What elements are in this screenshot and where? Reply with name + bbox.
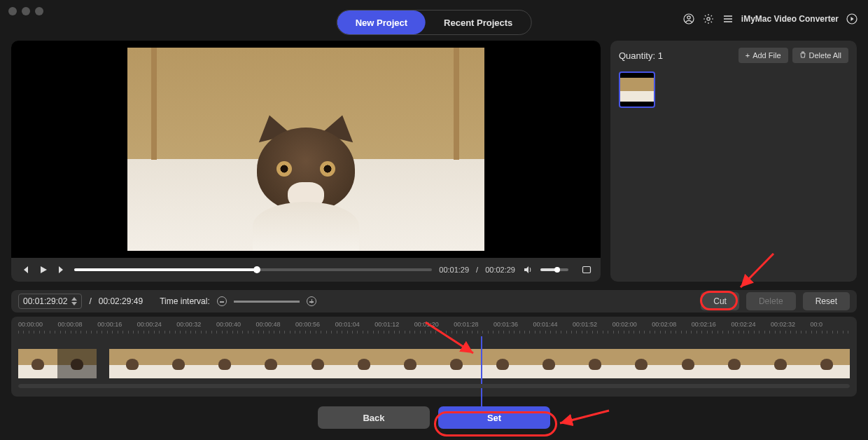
- ruler-label: 00:00:48: [255, 321, 295, 331]
- ruler-label: 00:01:52: [573, 321, 612, 331]
- annotation-arrow-playhead: [420, 319, 490, 362]
- svg-line-6: [426, 322, 473, 353]
- app-title: iMyMac Video Converter: [741, 14, 839, 24]
- add-file-button[interactable]: +Add File: [738, 48, 788, 63]
- ruler-label: 00:00:40: [216, 321, 256, 331]
- stepper-down-icon[interactable]: [71, 302, 77, 305]
- zoom-out-icon[interactable]: [217, 296, 227, 306]
- trim-time-sep: /: [89, 296, 91, 306]
- fullscreen-icon[interactable]: [581, 264, 592, 275]
- ruler-label: 00:02:00: [612, 321, 652, 331]
- top-nav-tabs: New Project Recent Projects: [337, 10, 532, 35]
- window-traffic-lights: [8, 7, 43, 15]
- annotation-arrow-cut: [735, 252, 784, 294]
- time-stepper[interactable]: [71, 297, 77, 305]
- ruler-label: 00:0: [811, 321, 850, 331]
- volume-slider[interactable]: [540, 268, 568, 271]
- trash-icon: [799, 51, 806, 60]
- annotation-arrow-set: [553, 406, 616, 434]
- zoom-in-icon[interactable]: [307, 296, 316, 306]
- seek-bar[interactable]: [74, 268, 432, 271]
- ruler-label: 00:01:12: [374, 321, 414, 331]
- ruler-label: 00:00:00: [18, 321, 58, 331]
- video-player-panel: 00:01:29 / 00:02:29: [11, 41, 601, 282]
- ruler-label: 00:02:08: [652, 321, 692, 331]
- delete-all-button[interactable]: Delete All: [792, 48, 848, 63]
- svg-point-1: [687, 16, 690, 19]
- interval-label: Time interval:: [160, 296, 210, 306]
- play-circle-icon[interactable]: [846, 13, 858, 25]
- prev-frame-icon[interactable]: [20, 264, 31, 275]
- delete-button[interactable]: Delete: [746, 292, 796, 310]
- cut-button[interactable]: Cut: [701, 292, 739, 310]
- traffic-light-minimize[interactable]: [22, 7, 30, 15]
- time-input-value: 00:01:29:02: [23, 296, 67, 306]
- ruler-label: 00:00:24: [137, 321, 177, 331]
- plus-icon: +: [746, 51, 750, 60]
- traffic-light-zoom[interactable]: [35, 7, 43, 15]
- reset-button[interactable]: Reset: [803, 292, 850, 310]
- trim-duration: 00:02:29:49: [99, 296, 143, 306]
- timeline-scrollbar[interactable]: [18, 384, 850, 388]
- ruler-label: 00:00:32: [176, 321, 216, 331]
- current-time: 00:01:29: [439, 266, 469, 274]
- ruler-label: 00:02:24: [731, 321, 771, 331]
- player-controls: 00:01:29 / 00:02:29: [11, 258, 601, 282]
- menu-icon[interactable]: [722, 13, 734, 25]
- svg-rect-4: [583, 267, 591, 273]
- set-button[interactable]: Set: [438, 406, 550, 429]
- volume-icon[interactable]: [522, 264, 533, 275]
- ruler-label: 00:01:44: [533, 321, 573, 331]
- trim-controls: 00:01:29:02 / 00:02:29:49 Time interval:…: [11, 290, 857, 312]
- back-button[interactable]: Back: [318, 406, 430, 429]
- stepper-up-icon[interactable]: [71, 297, 77, 301]
- ruler-label: 00:02:32: [771, 321, 811, 331]
- tab-recent-projects[interactable]: Recent Projects: [426, 11, 531, 34]
- time-sep: /: [476, 266, 478, 274]
- ruler-label: 00:01:36: [493, 321, 533, 331]
- footer-buttons: Back Set: [318, 406, 550, 429]
- top-right-group: iMyMac Video Converter: [682, 13, 858, 25]
- svg-point-2: [707, 18, 710, 20]
- next-frame-icon[interactable]: [56, 264, 67, 275]
- video-preview[interactable]: [11, 41, 601, 258]
- svg-line-7: [560, 411, 609, 423]
- ruler-label: 00:02:16: [692, 321, 732, 331]
- ruler-label: 00:00:16: [97, 321, 137, 331]
- svg-line-5: [741, 254, 774, 287]
- traffic-light-close[interactable]: [8, 7, 17, 15]
- tab-new-project[interactable]: New Project: [337, 11, 426, 34]
- quantity-label: Quantity: 1: [619, 50, 734, 61]
- ruler-label: 00:01:04: [335, 321, 375, 331]
- ruler-label: 00:00:08: [58, 321, 98, 331]
- clip-thumbnail-1[interactable]: [619, 71, 655, 108]
- account-icon[interactable]: [682, 13, 695, 25]
- gear-icon[interactable]: [702, 13, 715, 25]
- interval-slider[interactable]: [234, 301, 300, 303]
- duration: 00:02:29: [485, 266, 515, 274]
- play-icon[interactable]: [38, 264, 49, 275]
- time-input[interactable]: 00:01:29:02: [18, 294, 82, 309]
- ruler-label: 00:00:56: [295, 321, 335, 331]
- clips-side-panel: Quantity: 1 +Add File Delete All: [610, 41, 857, 282]
